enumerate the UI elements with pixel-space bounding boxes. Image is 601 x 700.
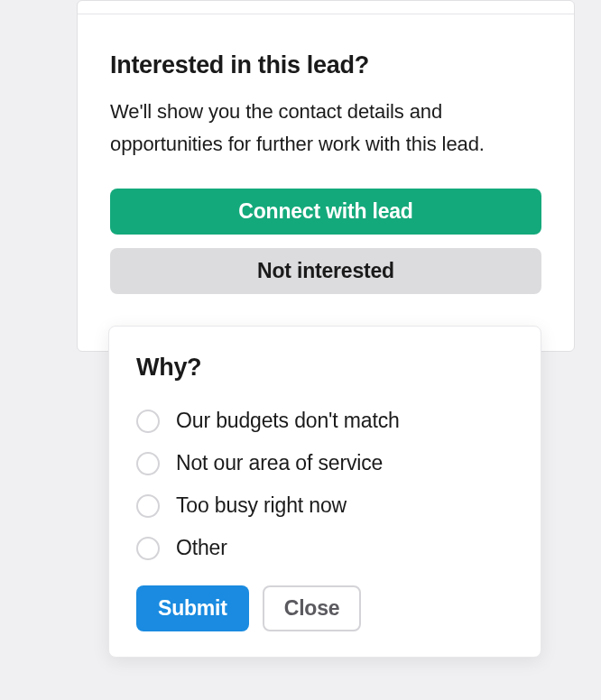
reason-option-other[interactable]: Other [136,536,513,560]
reason-option-area[interactable]: Not our area of service [136,451,513,475]
radio-label: Too busy right now [176,493,347,518]
reason-radio-group: Our budgets don't match Not our area of … [136,409,513,560]
submit-button[interactable]: Submit [136,585,249,631]
reason-option-busy[interactable]: Too busy right now [136,493,513,518]
lead-interest-card: Interested in this lead? We'll show you … [77,0,575,352]
why-popup: Why? Our budgets don't match Not our are… [108,326,541,658]
radio-label: Not our area of service [176,451,383,475]
close-button[interactable]: Close [263,585,362,631]
why-popup-title: Why? [136,354,513,382]
radio-icon [136,494,160,518]
not-interested-button[interactable]: Not interested [110,248,541,294]
radio-icon [136,452,160,475]
lead-interest-title: Interested in this lead? [110,51,541,79]
lead-interest-description: We'll show you the contact details and o… [110,96,541,161]
radio-label: Other [176,536,227,560]
radio-icon [136,410,160,433]
divider [78,14,574,14]
connect-with-lead-button[interactable]: Connect with lead [110,189,541,235]
radio-icon [136,537,160,560]
radio-label: Our budgets don't match [176,409,400,433]
reason-option-budgets[interactable]: Our budgets don't match [136,409,513,433]
popup-actions: Submit Close [136,585,513,631]
